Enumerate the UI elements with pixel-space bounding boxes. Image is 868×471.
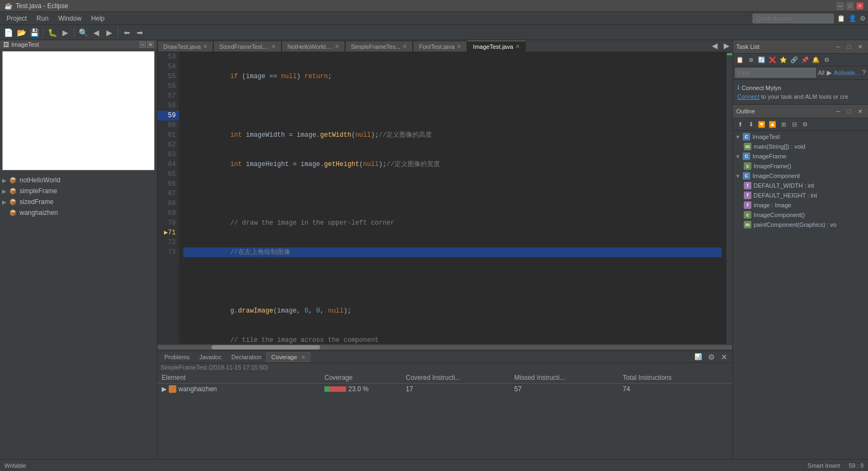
outline-maximize[interactable]: □ [844, 106, 854, 116]
tree-item-wanghaizhen[interactable]: ▶ 📦 wanghaizhen [0, 207, 157, 218]
table-row[interactable]: ▶ wanghaizhen 23.0 % [157, 384, 732, 396]
row-expand-icon[interactable]: ▶ [162, 385, 167, 393]
ln-69: 69 [157, 208, 179, 218]
tab-close-imagetest[interactable]: ✕ [515, 43, 520, 49]
tab-label: FontTest.java [419, 43, 454, 50]
connect-mylyn-title: Connect Mylyn [742, 85, 781, 91]
toolbar-new[interactable]: 📄 [2, 27, 14, 39]
code-editor[interactable]: 53 54 55 56 57 58 59 60 61 62 63 64 65 6… [157, 52, 732, 351]
connect-link[interactable]: Connect [737, 93, 760, 100]
col-element: Element [157, 372, 320, 384]
activate-label[interactable]: Activate... [834, 69, 860, 76]
tab-close-coverage[interactable]: ✕ [301, 354, 305, 360]
minimize-button[interactable]: ─ [837, 2, 844, 10]
outline-btn-2[interactable]: ⬇ [746, 119, 756, 129]
code-content[interactable]: if (image == null) return; int imageWidt… [179, 52, 726, 344]
tab-declaration[interactable]: Declaration [226, 352, 266, 362]
outline-close[interactable]: ✕ [855, 106, 865, 116]
find-input[interactable] [735, 68, 816, 78]
tab-imagetest[interactable]: ImageTest.java ✕ [467, 41, 526, 52]
toolbar-open[interactable]: 📂 [15, 27, 27, 39]
toolbar-next[interactable]: ➡ [134, 27, 146, 39]
tree-label-wanghaizhen: wanghaizhen [20, 209, 58, 217]
toolbar-search[interactable]: 🔍 [77, 27, 89, 39]
toolbar-icon-2[interactable]: 👤 [848, 15, 857, 22]
cell-covered: 17 [401, 384, 510, 396]
help-icon[interactable]: ? [862, 69, 866, 77]
tab-javadoc[interactable]: Javadoc [194, 352, 226, 362]
toolbar-run[interactable]: ▶ [59, 27, 71, 39]
h-scrollbar[interactable] [157, 344, 732, 351]
bottom-toolbar-btn-close[interactable]: ✕ [718, 351, 730, 363]
toolbar-forward[interactable]: ▶ [103, 27, 115, 39]
tab-simpleframetest[interactable]: SimpleFrameTes... ✕ [345, 41, 413, 52]
outline-btn-7[interactable]: ⚙ [800, 119, 810, 129]
tab-problems[interactable]: Problems [159, 352, 194, 362]
task-btn-7[interactable]: 📌 [800, 55, 810, 65]
task-btn-4[interactable]: ❌ [768, 55, 777, 65]
toolbar-debug[interactable]: 🐛 [46, 27, 58, 39]
task-list-maximize[interactable]: □ [844, 42, 854, 52]
toolbar-save[interactable]: 💾 [28, 27, 40, 39]
task-btn-5[interactable]: ⭐ [778, 55, 788, 65]
menu-help[interactable]: Help [87, 14, 109, 23]
outline-btn-3[interactable]: 🔽 [757, 119, 767, 129]
bottom-toolbar-btn-2[interactable]: ⚙ [705, 351, 717, 363]
tab-coverage[interactable]: Coverage ✕ [266, 352, 310, 362]
menu-window[interactable]: Window [54, 14, 86, 23]
tab-nothelloworld[interactable]: NotHelloWorld.... ✕ [282, 41, 345, 52]
toolbar-icon-3[interactable]: ⚙ [860, 15, 866, 22]
outline-item-main[interactable]: m main(String[]) : void [733, 142, 868, 151]
code-scroll[interactable]: 53 54 55 56 57 58 59 60 61 62 63 64 65 6… [157, 52, 732, 344]
outline-item-imagecomponent-ctor[interactable]: c ImageComponent() [733, 210, 868, 220]
outline-item-image[interactable]: f image : Image [733, 200, 868, 210]
toolbar-prev[interactable]: ⬅ [121, 27, 133, 39]
tree-item-simpleFrame[interactable]: ▶ 📦 simpleFrame [0, 186, 157, 196]
outline-item-default-width[interactable]: f DEFAULT_WIDTH : int [733, 181, 868, 190]
outline-item-imageframe[interactable]: ▼ C ImageFrame [733, 151, 868, 161]
toolbar-back[interactable]: ◀ [90, 27, 102, 39]
tab-close-simpleframetest[interactable]: ✕ [403, 43, 407, 49]
tab-drawtest[interactable]: DrawTest.java ✕ [157, 41, 213, 52]
task-btn-9[interactable]: ⚙ [822, 55, 832, 65]
bottom-toolbar-btn-1[interactable]: 📊 [692, 351, 704, 363]
preview-minimize-btn[interactable]: ─ [139, 41, 146, 48]
tab-sizedframetest[interactable]: SizedFrameTest.... ✕ [213, 41, 282, 52]
editor-tabs: DrawTest.java ✕ SizedFrameTest.... ✕ Not… [157, 40, 732, 52]
task-list-close[interactable]: ✕ [855, 42, 865, 52]
tree-item-notHelloWorld[interactable]: ▶ 📦 notHelloWorld [0, 175, 157, 186]
tab-close-drawtest[interactable]: ✕ [203, 43, 207, 49]
quick-access-input[interactable] [752, 14, 834, 23]
menu-run[interactable]: Run [32, 14, 53, 23]
h-scrollbar-thumb[interactable] [212, 345, 320, 349]
outline-item-imagecomponent[interactable]: ▼ C ImageComponent [733, 171, 868, 181]
outline-btn-4[interactable]: 🔼 [768, 119, 777, 129]
outline-btn-1[interactable]: ⬆ [735, 119, 745, 129]
outline-btn-6[interactable]: ⊟ [789, 119, 799, 129]
task-btn-1[interactable]: 📋 [735, 55, 745, 65]
outline-item-imageframe-ctor[interactable]: c ImageFrame() [733, 161, 868, 171]
outline-item-imagetest[interactable]: ▼ C ImageTest [733, 132, 868, 142]
editor-tab-right[interactable]: ▶ [720, 40, 732, 52]
outline-item-paintcomponent[interactable]: m paintComponent(Graphics) : vo [733, 220, 868, 230]
tree-item-sizedFrame[interactable]: ▶ 📦 sizedFrame [0, 196, 157, 207]
close-button[interactable]: ✕ [856, 2, 864, 10]
task-btn-3[interactable]: 🔄 [757, 55, 767, 65]
tab-close-nothelloworld[interactable]: ✕ [335, 43, 339, 49]
tab-close-fonttest[interactable]: ✕ [457, 43, 461, 49]
outline-btn-5[interactable]: ⊞ [778, 119, 788, 129]
tab-fonttest[interactable]: FontTest.java ✕ [413, 41, 467, 52]
task-btn-8[interactable]: 🔔 [811, 55, 821, 65]
task-btn-2[interactable]: ⊕ [746, 55, 756, 65]
task-list-minimize[interactable]: ─ [833, 42, 843, 52]
toolbar-icon-1[interactable]: 📋 [837, 15, 845, 22]
task-btn-6[interactable]: 🔗 [789, 55, 799, 65]
editor-tab-left[interactable]: ◀ [709, 40, 720, 52]
maximize-button[interactable]: □ [846, 2, 854, 10]
outline-item-default-height[interactable]: f DEFAULT_HEIGHT : int [733, 190, 868, 200]
tab-close-sizedframetest[interactable]: ✕ [271, 43, 276, 49]
preview-close-btn[interactable]: ✕ [147, 41, 154, 48]
h-scrollbar-track[interactable] [157, 345, 732, 349]
outline-minimize[interactable]: ─ [833, 106, 843, 116]
menu-project[interactable]: Project [2, 14, 31, 23]
